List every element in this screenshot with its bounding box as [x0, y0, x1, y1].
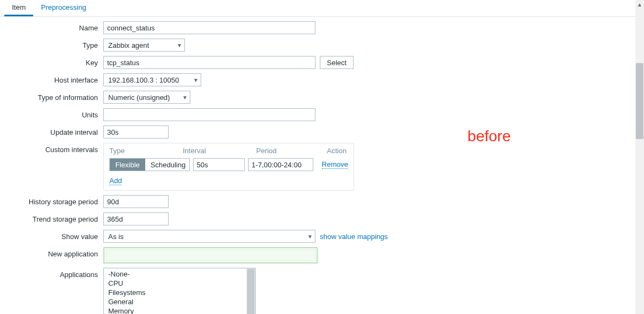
trend-storage-period-input[interactable] — [103, 212, 169, 225]
interval-value-input[interactable] — [193, 158, 245, 171]
scroll-track[interactable] — [635, 9, 644, 314]
type-select-value: Zabbix agent — [108, 41, 149, 49]
label-custom-intervals: Custom intervals — [0, 143, 103, 154]
applications-scrollbar[interactable] — [246, 268, 255, 314]
label-trend-storage-period: Trend storage period — [0, 212, 103, 223]
label-name: Name — [0, 21, 103, 32]
name-input[interactable] — [103, 21, 315, 34]
scroll-up-icon[interactable]: ▲ — [635, 0, 644, 9]
new-application-highlight — [103, 247, 318, 263]
chevron-down-icon: ▼ — [182, 95, 188, 101]
add-link[interactable]: Add — [109, 177, 122, 185]
tab-item[interactable]: Item — [4, 0, 33, 16]
label-applications: Applications — [0, 268, 103, 279]
tab-preprocessing[interactable]: Preprocessing — [33, 0, 94, 16]
label-key: Key — [0, 56, 103, 67]
remove-link[interactable]: Remove — [322, 160, 348, 169]
label-host-interface: Host interface — [0, 73, 103, 84]
scroll-thumb[interactable] — [636, 63, 643, 139]
list-item[interactable]: Filesystems — [104, 288, 255, 297]
interval-head-type: Type — [109, 147, 183, 155]
scheduling-toggle[interactable]: Scheduling — [145, 159, 190, 171]
list-item[interactable]: -None- — [104, 269, 255, 279]
custom-intervals-box: Type Interval Period Action Flexible Sch… — [103, 143, 354, 191]
type-of-information-select[interactable]: Numeric (unsigned) ▼ — [103, 91, 190, 104]
select-button[interactable]: Select — [320, 56, 354, 69]
key-input[interactable] — [103, 56, 315, 69]
applications-scroll-thumb[interactable] — [247, 269, 255, 314]
interval-head-interval: Interval — [183, 147, 256, 155]
update-interval-input[interactable] — [103, 125, 169, 139]
type-of-information-value: Numeric (unsigned) — [108, 93, 170, 102]
host-interface-select[interactable]: 192.168.100.3 : 10050 ▼ — [103, 73, 201, 86]
label-units: Units — [0, 108, 103, 119]
new-application-input[interactable] — [106, 249, 315, 261]
main-scrollbar[interactable]: ▲ ▼ — [635, 0, 644, 314]
units-input[interactable] — [103, 108, 315, 121]
applications-listbox[interactable]: -None-CPUFilesystemsGeneralMemorymy appl… — [103, 268, 256, 314]
label-new-application: New application — [0, 247, 103, 258]
show-value-select[interactable]: As is ▼ — [103, 230, 315, 243]
item-form: Name Type Zabbix agent ▼ Key Select Host… — [0, 17, 644, 314]
label-show-value: Show value — [0, 230, 103, 241]
list-item[interactable]: Memory — [104, 306, 255, 314]
list-item[interactable]: CPU — [104, 279, 255, 288]
list-item[interactable]: General — [104, 297, 255, 306]
applications-items: -None-CPUFilesystemsGeneralMemorymy appl… — [104, 268, 255, 314]
history-storage-period-input[interactable] — [103, 195, 169, 208]
label-type-of-information: Type of information — [0, 91, 103, 102]
interval-head-period: Period — [256, 147, 327, 155]
chevron-down-icon: ▼ — [193, 77, 199, 83]
type-select[interactable]: Zabbix agent ▼ — [103, 39, 185, 52]
show-value-value: As is — [108, 233, 123, 241]
chevron-down-icon: ▼ — [307, 234, 313, 240]
label-update-interval: Update interval — [0, 125, 103, 136]
label-type: Type — [0, 39, 103, 49]
period-value-input[interactable] — [248, 158, 313, 171]
tabs-bar: Item Preprocessing — [0, 0, 644, 17]
label-history-storage-period: History storage period — [0, 195, 103, 206]
annotation-before: before — [468, 128, 511, 145]
chevron-down-icon: ▼ — [177, 42, 182, 48]
interval-head-action: Action — [327, 147, 346, 155]
show-value-mappings-link[interactable]: show value mappings — [320, 233, 388, 241]
interval-type-toggle: Flexible Scheduling — [109, 158, 190, 171]
host-interface-value: 192.168.100.3 : 10050 — [108, 76, 179, 84]
flexible-toggle[interactable]: Flexible — [110, 159, 145, 171]
